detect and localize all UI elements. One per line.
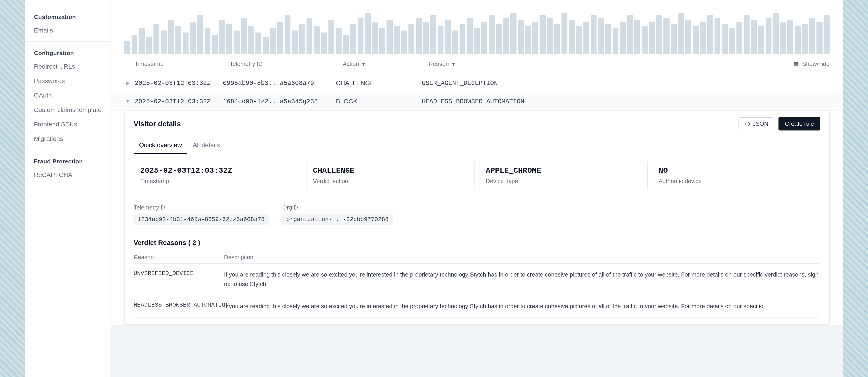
chart-bar [219,20,225,54]
chart-bar [153,24,159,54]
org-id-label: OrgID [282,204,393,211]
chart-bar [787,20,793,54]
chart-bar [365,13,371,54]
main-content: Timestamp Telemetry ID Action Reason Sho… [111,0,843,377]
chart-bar [263,37,269,54]
chart-bar [766,18,772,54]
chart-bar [255,33,261,54]
chart-bar [656,15,662,54]
chart-bar [627,15,633,54]
chart-bar [569,20,575,54]
table-area: Timestamp Telemetry ID Action Reason Sho… [111,54,843,325]
chart-bar [561,13,567,54]
visitor-details-header: Visitor details JSON Create rule [125,111,829,137]
chart-bar [401,31,407,54]
chart-bar [190,22,196,54]
tab-all-details[interactable]: All details [187,137,225,154]
show-hide-button[interactable]: Show/hide [793,61,830,68]
chart-bars [124,9,830,54]
chart-bar [737,22,742,54]
chart-bar [583,22,589,54]
card-timestamp-value: 2025-02-03T12:03:32Z [140,166,296,175]
row-telemetry-1: 0995ab90-8b3...a5a608a79 [223,80,336,87]
table-row-expanded[interactable]: ▼ 2025-02-03T12:03:32Z 1684cd90-1z2...a5… [111,92,843,111]
chart-bar [605,24,611,54]
chart-bar [146,37,152,54]
sidebar-item-oauth[interactable]: OAuth [25,88,111,103]
tab-quick-overview[interactable]: Quick overview [133,137,187,154]
sidebar-item-migrations[interactable]: Migrations [25,132,111,146]
sidebar-item-recaptcha[interactable]: ReCAPTCHA [25,168,111,182]
col-header-telemetry: Telemetry ID [230,61,343,68]
row-timestamp-2: 2025-02-03T12:03:32Z [135,98,223,105]
chart-bar [423,22,429,54]
expand-icon-1: ▶ [124,80,131,87]
chart-bar [474,28,480,54]
telemetry-id-group: TelemetryID 1234ab92-4b31-465w-8359-62zz… [133,204,269,225]
chart-bar [336,28,342,54]
col-header-reason: Reason [429,61,793,68]
card-device-label: Device_type [486,178,641,185]
sidebar-item-emails[interactable]: Emails [25,23,111,38]
row-action-2: BLOCK [336,98,422,105]
chart-bar [248,26,254,54]
sidebar-item-redirect-urls[interactable]: Redirect URLs [25,59,111,74]
chart-bar [503,18,509,54]
chart-bar [329,20,334,54]
chart-bar [809,18,815,54]
chart-bar [795,26,801,54]
row-timestamp-1: 2025-02-03T12:03:32Z [135,80,223,87]
chart-bar [620,22,626,54]
expand-icon-2: ▼ [124,98,131,105]
chart-bar [685,20,691,54]
chart-bar [773,13,779,54]
create-rule-button[interactable]: Create rule [778,117,820,131]
chart-bar [168,20,174,54]
chart-bar [525,26,531,54]
chart-bar [314,26,320,54]
chart-bar [438,26,443,54]
chart-bar [547,18,553,54]
chart-bar [445,20,451,54]
chart-bar [212,35,218,54]
chart-bar [350,24,356,54]
show-hide-icon [793,61,800,67]
chart-bar [241,18,247,54]
chart-bar [386,20,393,54]
configuration-section-title: Configuration [25,45,111,59]
card-verdict-label: Verdict action [313,178,468,185]
chart-bar [452,31,458,54]
sidebar-item-custom-claims[interactable]: Custom claims template [25,103,111,117]
chart-bar [642,26,648,54]
chart-bar [176,26,181,54]
sidebar-item-frontend-sdks[interactable]: Frontend SDKs [25,117,111,132]
chart-bar [591,15,596,54]
chart-bar [489,15,495,54]
card-device-type: APPLE_CHROME Device_type [479,161,648,190]
chart-bar [576,26,582,54]
chart-bar [379,28,385,54]
chart-bar [343,35,349,54]
chart-bar [205,28,211,54]
overview-cards: 2025-02-03T12:03:32Z Timestamp CHALLENGE… [125,154,829,197]
chart-bar [481,22,487,54]
chart-bar [510,13,516,54]
json-button[interactable]: JSON [739,117,774,130]
sidebar-item-passwords[interactable]: Passwords [25,74,111,88]
chart-bar [372,22,378,54]
verdict-table-header: Reason Description [133,251,820,264]
table-row[interactable]: ▶ 2025-02-03T12:03:32Z 0995ab90-8b3...a5… [111,74,843,92]
col-header-timestamp: Timestamp [135,61,230,68]
card-authentic-label: Authentic device [659,178,814,185]
chart-bar [460,24,465,54]
verdict-reasons-title: Verdict Reasons ( 2 ) [133,239,820,246]
chart-bar [722,24,727,54]
table-header: Timestamp Telemetry ID Action Reason Sho… [111,54,843,74]
action-filter-icon[interactable] [361,62,366,66]
card-authentic-device: NO Authentic device [652,161,820,190]
card-verdict-action: CHALLENGE Verdict action [307,161,475,190]
row-reason-2: HEADLESS_BROWSER_AUTOMATION [422,98,830,105]
chart-bar [824,15,830,54]
reason-filter-icon[interactable] [451,62,456,66]
verdict-row-2: HEADLESS_BROWSER_AUTOMATION If you are r… [133,295,820,318]
